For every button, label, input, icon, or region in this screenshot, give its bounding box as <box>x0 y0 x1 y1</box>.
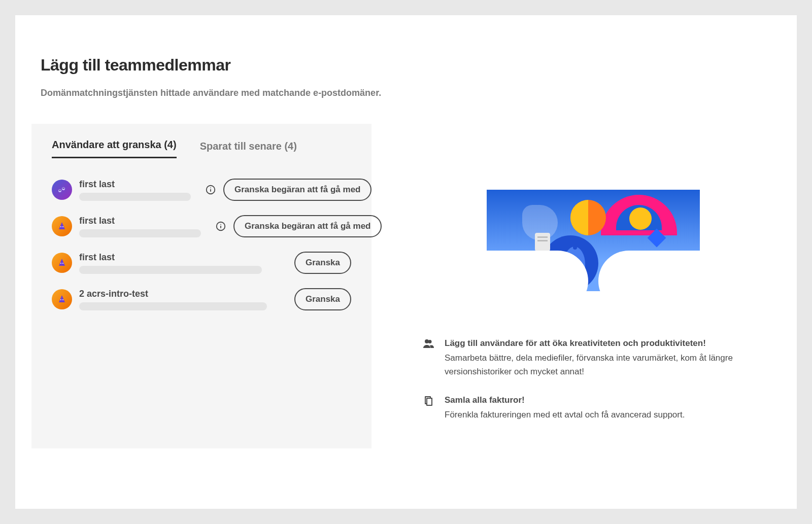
svg-point-0 <box>58 189 61 192</box>
tab-saved-for-later[interactable]: Sparat till senare (4) <box>200 141 297 158</box>
svg-point-16 <box>60 263 61 264</box>
svg-marker-18 <box>59 295 65 302</box>
svg-point-5 <box>63 188 64 189</box>
svg-point-8 <box>210 187 211 188</box>
user-row: first last Granska begäran att få gå med <box>52 179 351 201</box>
benefit-add-users: Lägg till användare för att öka kreativi… <box>422 337 764 378</box>
user-name: first last <box>79 252 262 263</box>
review-button[interactable]: Granska <box>294 288 351 310</box>
team-illustration <box>487 190 700 291</box>
svg-point-17 <box>62 263 63 264</box>
svg-point-10 <box>60 226 61 227</box>
avatar <box>52 180 72 200</box>
benefits-list: Lägg till användare för att öka kreativi… <box>422 337 764 422</box>
user-email-placeholder <box>79 266 262 274</box>
benefit-text: Samla alla fakturor! Förenkla fakturerin… <box>445 394 685 422</box>
review-panel: Användare att granska (4) Sparat till se… <box>31 124 371 448</box>
svg-point-3 <box>60 190 61 191</box>
avatar <box>52 289 72 309</box>
info-icon[interactable] <box>205 184 216 195</box>
user-info: first last <box>79 252 262 274</box>
page-header: Lägg till teammedlemmar Domänmatchningst… <box>25 56 787 98</box>
svg-point-14 <box>220 224 221 225</box>
benefits-panel: Lägg till användare för att öka kreativi… <box>371 124 787 448</box>
svg-point-1 <box>62 187 65 190</box>
benefit-heading: Samla alla fakturor! <box>445 394 685 407</box>
tab-users-to-review[interactable]: Användare att granska (4) <box>52 139 177 158</box>
review-join-request-button[interactable]: Granska begäran att få gå med <box>223 179 371 201</box>
svg-marker-15 <box>59 259 65 266</box>
user-info: first last <box>79 216 201 237</box>
info-icon[interactable] <box>215 221 226 232</box>
user-row: first last Granska <box>52 252 351 274</box>
svg-point-4 <box>62 188 63 189</box>
content-row: Användare att granska (4) Sparat till se… <box>25 124 787 448</box>
review-button[interactable]: Granska <box>294 252 351 274</box>
benefit-text: Lägg till användare för att öka kreativi… <box>445 337 764 378</box>
page-subtitle: Domänmatchningstjänsten hittade användar… <box>41 88 787 98</box>
user-name: 2 acrs-intro-test <box>79 289 267 299</box>
main-card: Lägg till teammedlemmar Domänmatchningst… <box>15 15 797 509</box>
avatar <box>52 253 72 273</box>
tabs: Användare att granska (4) Sparat till se… <box>52 139 351 158</box>
user-info: 2 acrs-intro-test <box>79 289 267 310</box>
page-title: Lägg till teammedlemmar <box>41 56 787 75</box>
user-email-placeholder <box>79 302 267 310</box>
svg-point-11 <box>62 226 63 227</box>
review-join-request-button[interactable]: Granska begäran att få gå med <box>233 215 382 237</box>
user-list: first last Granska begäran att få gå med <box>52 179 351 310</box>
user-email-placeholder <box>79 229 201 237</box>
user-row: 2 acrs-intro-test Granska <box>52 288 351 310</box>
svg-point-19 <box>60 299 61 300</box>
users-icon <box>422 337 435 378</box>
benefit-invoices: Samla alla fakturor! Förenkla fakturerin… <box>422 394 764 422</box>
svg-point-20 <box>62 299 63 300</box>
svg-point-2 <box>59 190 60 191</box>
user-name: first last <box>79 216 201 226</box>
benefit-heading: Lägg till användare för att öka kreativi… <box>445 337 764 350</box>
user-email-placeholder <box>79 193 191 201</box>
svg-marker-9 <box>59 222 65 229</box>
avatar <box>52 216 72 236</box>
benefit-body: Förenkla faktureringen med ett avtal och… <box>445 410 685 420</box>
user-row: first last Granska begäran att få gå med <box>52 215 351 237</box>
benefit-body: Samarbeta bättre, dela mediefiler, förva… <box>445 353 733 376</box>
user-info: first last <box>79 179 191 201</box>
user-name: first last <box>79 179 191 190</box>
invoices-icon <box>422 394 435 422</box>
